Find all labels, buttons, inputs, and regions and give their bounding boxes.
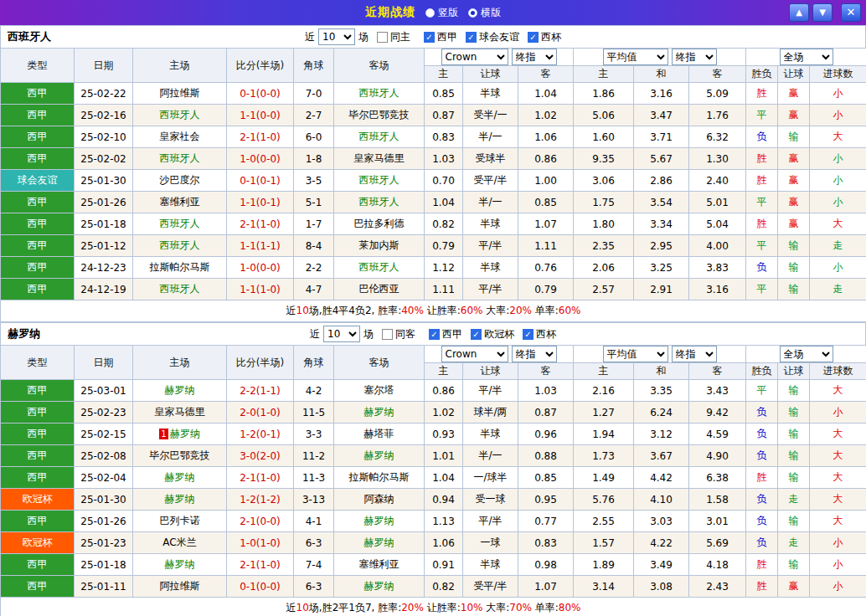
filter-option-3[interactable]: ✓西杯: [528, 30, 561, 44]
recent-count-select[interactable]: 10: [323, 326, 360, 342]
move-down-button[interactable]: ▼: [812, 3, 832, 22]
league-cell: 西甲: [1, 257, 75, 279]
avg-away-odds: 3.16: [689, 279, 746, 300]
handicap-outcome: 走: [778, 532, 810, 554]
avg-home-odds: 1.60: [574, 126, 634, 148]
odds-stage-select[interactable]: 终指: [512, 49, 557, 65]
layout-radio-horizontal[interactable]: 横版: [468, 6, 501, 20]
summary-segment: 单率:: [532, 602, 559, 613]
handicap-home-odds: 1.03: [425, 148, 463, 170]
average-select[interactable]: 平均值: [603, 346, 668, 362]
league-cell: 西甲: [1, 213, 75, 235]
column-subheader: 胜负: [746, 66, 778, 83]
filter-option-0[interactable]: 同主: [377, 30, 410, 44]
goals-outcome: 走: [810, 279, 866, 300]
match-row: 西甲24-12-19西班牙人1-1(1-0)4-7巴伦西亚1.11平/半0.79…: [1, 279, 866, 300]
panel-title: 近期战绩: [365, 5, 415, 20]
filter-option-2[interactable]: ✓球会友谊: [466, 30, 519, 44]
filter-option-1[interactable]: ✓西甲: [424, 30, 457, 44]
home-team-name: 西班牙人: [160, 239, 200, 251]
avg-home-odds: 1.57: [574, 532, 634, 554]
average-stage-select[interactable]: 终指: [672, 346, 717, 362]
avg-draw-odds: 5.67: [634, 148, 689, 170]
recent-count-select[interactable]: 10: [318, 28, 355, 45]
column-header: 比分(半场): [227, 346, 294, 380]
corner-cell: 11-5: [294, 402, 334, 424]
scope-select[interactable]: 全场: [780, 346, 833, 362]
date-cell: 25-01-30: [75, 489, 133, 511]
date-cell: 25-02-10: [75, 126, 133, 148]
handicap-line: 受半/一: [463, 105, 518, 126]
checkbox-icon[interactable]: ✓: [429, 329, 440, 340]
home-team-name: 赫罗纳: [165, 384, 195, 396]
avg-away-odds: 5.69: [689, 532, 746, 554]
corner-cell: 1-8: [294, 148, 334, 170]
odds-company-select[interactable]: Crown: [441, 346, 508, 362]
corner-cell: 8-4: [294, 235, 334, 257]
avg-draw-odds: 3.67: [634, 445, 689, 467]
checkbox-icon[interactable]: ✓: [523, 329, 534, 340]
date-cell: 25-02-04: [75, 467, 133, 489]
checkbox-icon[interactable]: ✓: [528, 32, 539, 43]
column-subheader: 让球: [463, 66, 518, 83]
odds-stage-select[interactable]: 终指: [512, 346, 557, 362]
handicap-outcome: 赢: [778, 148, 810, 170]
date-cell: 24-12-19: [75, 279, 133, 300]
checkbox-icon[interactable]: [377, 32, 388, 43]
avg-draw-odds: 4.22: [634, 532, 689, 554]
section-filter-bar: 赫罗纳近10场同客✓西甲✓欧冠杯✓西杯: [0, 322, 866, 345]
handicap-away-odds: 1.04: [518, 83, 574, 105]
scope-select-cell: 全场: [746, 49, 866, 66]
league-cell: 球会友谊: [1, 170, 75, 192]
home-team-cell: AC米兰: [133, 532, 227, 554]
radio-label-vertical: 竖版: [438, 6, 458, 20]
avg-home-odds: 1.94: [574, 424, 634, 445]
score-cell: 2-1(0-0): [227, 511, 294, 532]
match-row: 西甲25-02-22阿拉维斯0-1(0-0)7-0西班牙人0.85半球1.041…: [1, 83, 866, 105]
league-cell: 西甲: [1, 380, 75, 402]
result-outcome: 胜: [746, 213, 778, 235]
radio-icon[interactable]: [425, 8, 435, 18]
results-table: 类型日期主场比分(半场)角球客场Crown终指平均值终指全场主让球客主和客胜负让…: [0, 345, 866, 616]
average-stage-select[interactable]: 终指: [672, 49, 717, 65]
filter-option-label: 同客: [395, 327, 415, 341]
handicap-home-odds: 0.87: [425, 105, 463, 126]
checkbox-icon[interactable]: ✓: [466, 32, 477, 43]
away-team-name: 莱加内斯: [359, 239, 399, 251]
checkbox-icon[interactable]: [382, 329, 393, 340]
away-team-cell: 赫罗纳: [334, 511, 425, 532]
filter-option-2[interactable]: ✓欧冠杯: [471, 327, 514, 341]
checkbox-icon[interactable]: ✓: [471, 329, 482, 340]
move-up-button[interactable]: ▲: [789, 3, 809, 22]
handicap-away-odds: 0.86: [518, 148, 574, 170]
column-header: 比分(半场): [227, 49, 294, 83]
score-cell: 2-1(1-0): [227, 554, 294, 576]
home-team-cell: 西班牙人: [133, 148, 227, 170]
layout-radio-vertical[interactable]: 竖版: [425, 6, 458, 20]
away-team-cell: 赫塔菲: [334, 424, 425, 445]
handicap-home-odds: 0.70: [425, 170, 463, 192]
column-subheader: 胜负: [746, 363, 778, 380]
avg-away-odds: 3.43: [689, 380, 746, 402]
summary-segment: 场,胜2平1负7, 胜率:: [309, 602, 401, 613]
odds-company-select[interactable]: Crown: [441, 49, 508, 65]
home-team-cell: 赫罗纳: [133, 380, 227, 402]
avg-draw-odds: 3.34: [634, 213, 689, 235]
scope-select[interactable]: 全场: [780, 49, 833, 65]
filter-option-3[interactable]: ✓西杯: [523, 327, 556, 341]
filter-option-0[interactable]: 同客: [382, 327, 415, 341]
checkbox-icon[interactable]: ✓: [424, 32, 435, 43]
filter-option-1[interactable]: ✓西甲: [429, 327, 462, 341]
away-team-name: 塞维利亚: [359, 558, 399, 570]
section-filter-bar: 西班牙人近10场同主✓西甲✓球会友谊✓西杯: [0, 25, 866, 48]
handicap-line: 一/球半: [463, 467, 518, 489]
away-team-name: 赫罗纳: [364, 515, 394, 526]
date-cell: 25-02-23: [75, 402, 133, 424]
handicap-away-odds: 0.96: [518, 424, 574, 445]
close-button[interactable]: ✕: [841, 3, 861, 22]
down-arrow-icon: ▼: [819, 8, 826, 17]
average-select[interactable]: 平均值: [603, 49, 668, 65]
match-row: 西甲25-01-12西班牙人1-1(1-1)8-4莱加内斯0.79平/半1.11…: [1, 235, 866, 257]
radio-icon[interactable]: [468, 8, 477, 18]
handicap-away-odds: 1.11: [518, 235, 574, 257]
